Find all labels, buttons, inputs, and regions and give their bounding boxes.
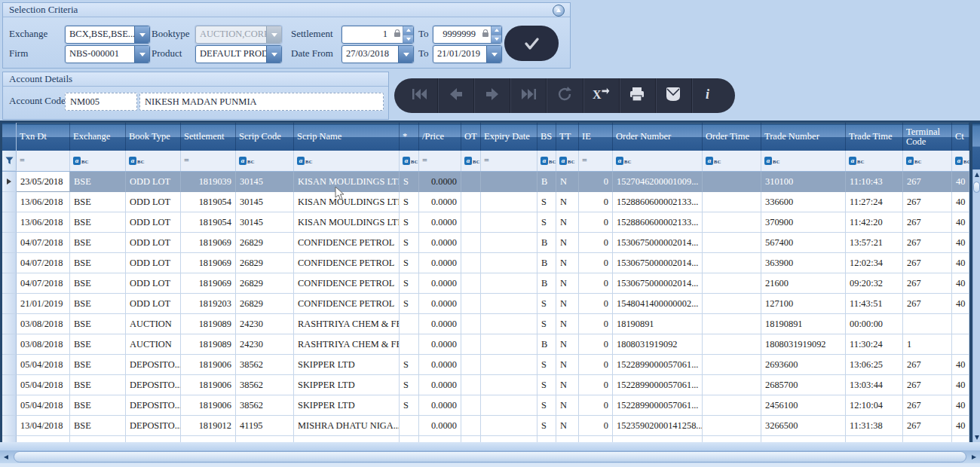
cell[interactable] — [481, 334, 537, 355]
cell[interactable]: S — [537, 212, 556, 233]
cell[interactable]: S — [400, 395, 419, 416]
cell[interactable]: 13:06:25 — [846, 355, 903, 375]
cell[interactable]: 1522899000057061... — [613, 395, 703, 416]
cell[interactable]: RASHTRIYA CHEM & FER — [294, 334, 400, 355]
cell[interactable]: 0.0000 — [419, 355, 461, 375]
cell[interactable]: S — [400, 233, 419, 253]
cell[interactable]: 0 — [579, 334, 613, 355]
cell[interactable]: 1819054 — [181, 192, 236, 212]
cell[interactable]: 0.0000 — [419, 212, 461, 233]
cell[interactable]: 26829 — [236, 294, 294, 314]
cell[interactable]: BSE — [70, 375, 126, 395]
cell[interactable] — [400, 334, 419, 355]
cell[interactable] — [461, 212, 481, 233]
cell[interactable]: 1808031919092 — [613, 334, 703, 355]
cell[interactable]: BSE — [70, 273, 126, 294]
cell[interactable]: N — [556, 294, 579, 314]
cell[interactable]: 38562 — [236, 375, 294, 395]
account-code-field[interactable]: NM005 — [65, 93, 137, 111]
cell[interactable]: BSE — [70, 253, 126, 273]
cell[interactable]: 26829 — [236, 233, 294, 253]
cell[interactable] — [400, 314, 419, 334]
cell[interactable] — [703, 233, 761, 253]
cell[interactable]: 310100 — [761, 172, 846, 192]
cell[interactable]: 267 — [903, 355, 952, 375]
cell[interactable]: 1819069 — [181, 253, 236, 273]
cell[interactable]: S — [400, 294, 419, 314]
cell[interactable]: 24230 — [236, 334, 294, 355]
cell[interactable] — [481, 273, 537, 294]
cell[interactable]: 13/04/2018 — [17, 416, 70, 436]
cell[interactable]: 11:43:51 — [846, 294, 903, 314]
cell[interactable]: SKIPPER LTD — [294, 395, 400, 416]
cell[interactable]: 40 — [952, 172, 969, 192]
cell[interactable]: 0.0000 — [419, 314, 461, 334]
cell[interactable]: 18190891 — [761, 314, 846, 334]
cell[interactable]: KISAN MOULDINGS LTD. — [294, 192, 400, 212]
cell[interactable]: CONFIDENCE PETROL — [294, 253, 400, 273]
column-header-trade-number[interactable]: Trade Number — [761, 123, 846, 151]
column-header-bs[interactable]: BS — [537, 123, 556, 151]
cell[interactable]: 336600 — [761, 192, 846, 212]
scroll-down-button[interactable] — [973, 432, 980, 442]
cell[interactable]: 0 — [579, 273, 613, 294]
cell[interactable]: B — [537, 273, 556, 294]
filter-cell--[interactable]: aBC — [400, 151, 419, 171]
cell[interactable]: 1528860600002133... — [613, 192, 703, 212]
filter-funnel-icon[interactable] — [2, 151, 17, 171]
cell[interactable]: B — [537, 233, 556, 253]
filter-cell-scrip-name[interactable]: aBC — [294, 151, 400, 171]
filter-cell-order-time[interactable]: aBC — [703, 151, 761, 171]
cell[interactable]: ODD LOT — [126, 212, 181, 233]
filter-cell-settlement[interactable]: = — [181, 151, 236, 171]
filter-cell-scrip-code[interactable]: aBC — [236, 151, 294, 171]
cell[interactable]: 11:10:43 — [846, 172, 903, 192]
cell[interactable] — [481, 253, 537, 273]
cell[interactable]: 267 — [903, 395, 952, 416]
cell[interactable]: 1819039 — [181, 172, 236, 192]
cell[interactable] — [903, 314, 952, 334]
cell[interactable] — [461, 294, 481, 314]
cell[interactable]: 05/04/2018 — [17, 375, 70, 395]
cell[interactable]: 1522899000057061... — [613, 375, 703, 395]
dropdown-button[interactable] — [134, 26, 149, 43]
cell[interactable]: 1808031919092 — [761, 334, 846, 355]
filter-cell-book-type[interactable]: aBC — [126, 151, 181, 171]
cell[interactable]: 11:31:38 — [846, 416, 903, 436]
cell[interactable]: 09:20:32 — [846, 273, 903, 294]
cell[interactable] — [481, 172, 537, 192]
cell[interactable]: 21/01/2019 — [17, 294, 70, 314]
cell[interactable]: AUCTION — [126, 314, 181, 334]
cell[interactable]: BSE — [70, 212, 126, 233]
cell[interactable]: 13:57:21 — [846, 233, 903, 253]
cell[interactable]: 1819089 — [181, 334, 236, 355]
cell[interactable]: 267 — [903, 375, 952, 395]
cell[interactable]: 267 — [903, 294, 952, 314]
cell[interactable]: 2693600 — [761, 355, 846, 375]
cell[interactable]: BSE — [70, 416, 126, 436]
column-header-txn-dt[interactable]: Txn Dt — [17, 123, 70, 151]
cell[interactable]: 267 — [903, 233, 952, 253]
cell[interactable]: 30145 — [236, 212, 294, 233]
filter-cell-trade-time[interactable]: aBC — [846, 151, 903, 171]
dropdown-button[interactable] — [398, 46, 413, 63]
cell[interactable]: 267 — [903, 253, 952, 273]
collapse-panel-button[interactable] — [553, 5, 565, 17]
print-button[interactable] — [620, 78, 656, 113]
vertical-scroll-thumb[interactable] — [973, 182, 980, 193]
column-header-ie[interactable]: IE — [579, 123, 613, 151]
dropdown-button[interactable] — [266, 46, 281, 63]
column-header-trade-time[interactable]: Trade Time — [846, 123, 903, 151]
filter-cell-tt[interactable]: aBC — [556, 151, 579, 171]
apply-button[interactable] — [504, 26, 559, 61]
cell[interactable]: 40 — [952, 294, 969, 314]
cell[interactable] — [461, 355, 481, 375]
cell[interactable]: N — [556, 334, 579, 355]
cell[interactable] — [461, 375, 481, 395]
cell[interactable]: B — [537, 253, 556, 273]
email-button[interactable] — [656, 78, 692, 113]
cell[interactable]: S — [400, 253, 419, 273]
cell[interactable]: S — [400, 192, 419, 212]
cell[interactable]: DEPOSITO... — [126, 375, 181, 395]
cell[interactable]: ODD LOT — [126, 172, 181, 192]
